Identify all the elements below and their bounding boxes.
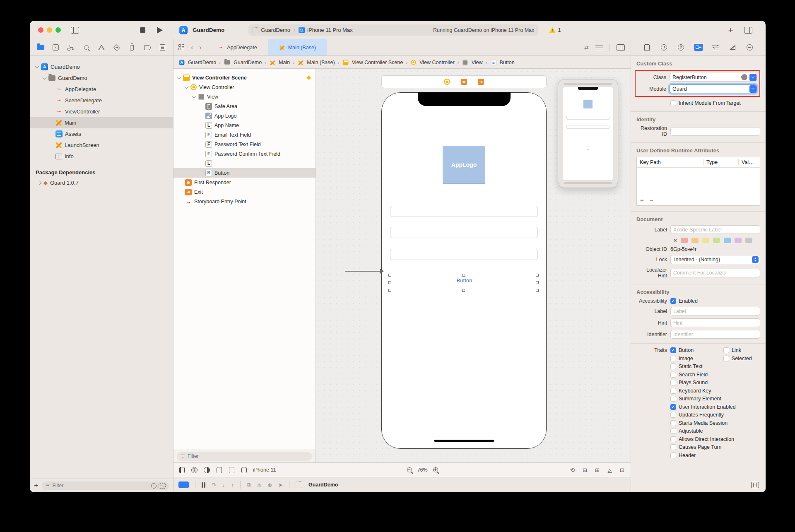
view-hierarchy-icon[interactable]: ⧉ [247, 481, 251, 488]
tab-main-base[interactable]: Main (Base) [268, 39, 327, 55]
restoration-id-input[interactable] [670, 127, 760, 136]
color-swatch[interactable] [735, 238, 742, 243]
outline-row-exit[interactable]: ⇥ Exit [173, 187, 316, 197]
selection-handle[interactable] [536, 274, 539, 277]
disclosure-chevron-icon[interactable] [43, 75, 47, 79]
file-inspector-tab[interactable] [643, 44, 651, 51]
add-file-button[interactable]: + [34, 482, 39, 489]
file-row-main-selected[interactable]: Main [30, 117, 173, 128]
update-frames-icon[interactable]: ⟲ [569, 467, 576, 474]
inherit-module-checkbox[interactable]: ✓ [670, 100, 676, 106]
debug-navigator-tab[interactable] [128, 44, 136, 51]
trait-checkbox[interactable]: ✓ [670, 396, 676, 402]
group-row[interactable]: GuardDemo [30, 72, 173, 84]
trait-checkbox-row[interactable]: ✓Header [670, 453, 696, 458]
embed-icon[interactable]: ⊡ [619, 467, 626, 474]
library-add-button[interactable]: + [728, 26, 733, 35]
selection-handle[interactable] [462, 289, 465, 292]
module-dropdown-icon[interactable] [749, 85, 756, 93]
module-input[interactable] [670, 84, 757, 93]
outline-row-view[interactable]: View [173, 92, 316, 101]
forward-button[interactable]: › [199, 43, 202, 52]
outline-row-app-logo[interactable]: App Logo [173, 111, 316, 120]
identity-inspector-tab[interactable] [694, 44, 703, 51]
device-canvas-iphone[interactable]: AppLogo Button [381, 92, 547, 449]
device-preview-thumbnail[interactable]: ▪▪ [558, 79, 618, 188]
email-text-field[interactable] [390, 206, 538, 217]
first-responder-icon[interactable]: ◉ [461, 79, 467, 85]
accessibility-enabled-row[interactable]: ✓ Enabled [670, 298, 698, 304]
remove-attribute-button[interactable]: − [650, 197, 653, 204]
quick-help-inspector-tab[interactable]: ? [677, 44, 685, 51]
size-inspector-tab[interactable] [728, 44, 737, 51]
disclosure-chevron-icon[interactable] [38, 181, 42, 185]
file-row-launchscreen[interactable]: LaunchScreen [30, 140, 173, 151]
report-navigator-tab[interactable] [159, 44, 166, 51]
tab-appdelegate[interactable]: ~ AppDelegate [206, 39, 267, 55]
layout-variant-icon[interactable] [228, 467, 235, 474]
project-navigator-tab[interactable] [36, 44, 44, 51]
trait-checkbox-row[interactable]: ✓Plays Sound [670, 380, 708, 385]
source-control-status-icon[interactable]: +- [159, 483, 166, 489]
outline-row-view-controller[interactable]: View Controller [173, 82, 316, 92]
password-text-field[interactable] [390, 227, 538, 238]
outline-toggle-icon[interactable] [178, 467, 186, 474]
storyboard-canvas[interactable]: ◉ ⇥ AppLogo Button [316, 69, 631, 462]
trait-checkbox[interactable]: ✓ [670, 380, 676, 385]
password-confirm-text-field[interactable] [390, 249, 538, 260]
minimize-window-button[interactable] [47, 27, 52, 33]
step-out-icon[interactable]: ↑ [231, 482, 234, 488]
trait-checkbox[interactable]: ✓ [723, 347, 729, 353]
selection-handle[interactable] [536, 289, 539, 292]
device-bezels-toggle-icon[interactable] [751, 482, 759, 488]
selection-handle[interactable] [388, 289, 391, 292]
trait-checkbox-row[interactable]: ✓Selected [723, 356, 752, 361]
outline-row-entry-point[interactable]: → Storyboard Entry Point [173, 197, 316, 206]
trait-checkbox[interactable]: ✓ [723, 356, 729, 361]
breadcrumb-item[interactable]: View Controller Scene [352, 60, 403, 65]
breadcrumb-item[interactable]: Main [279, 60, 290, 65]
outline-row-password-confirm-field[interactable]: F Password Confirm Text Field [173, 149, 316, 159]
related-items-icon[interactable] [178, 44, 185, 51]
trait-checkbox[interactable]: ✓ [670, 412, 676, 418]
breadcrumb-item[interactable]: View [472, 60, 483, 65]
outline-row-first-responder[interactable]: ◉ First Responder [173, 178, 316, 187]
breadcrumb-item[interactable]: Button [500, 60, 515, 65]
pause-execution-icon[interactable] [202, 482, 205, 488]
navigator-filter-input[interactable] [53, 483, 149, 489]
trait-checkbox[interactable]: ✓ [670, 453, 676, 458]
navigator-toggle-icon[interactable] [71, 27, 79, 34]
outline-filter-input[interactable] [188, 453, 309, 459]
disclosure-chevron-icon[interactable] [35, 64, 39, 68]
enabled-checkbox[interactable]: ✓ [670, 298, 676, 304]
trait-checkbox[interactable]: ✓ [670, 347, 676, 353]
step-over-icon[interactable]: ↷ [212, 482, 216, 488]
file-row-viewcontroller[interactable]: ~ ViewController [30, 106, 173, 117]
trait-checkbox-row[interactable]: ✓Updates Frequently [670, 412, 724, 418]
close-window-button[interactable] [38, 27, 43, 33]
trait-checkbox-row[interactable]: ✓Adjustable [670, 428, 703, 434]
jump-to-class-icon[interactable]: → [741, 74, 747, 80]
device-icon[interactable] [241, 467, 248, 474]
outline-row-email-field[interactable]: F Email Text Field [173, 130, 316, 140]
resolve-layout-icon[interactable]: ◬ [606, 467, 613, 474]
environment-overrides-icon[interactable]: ⊜ [267, 482, 272, 488]
breadcrumb-item[interactable]: Main (Base) [307, 60, 335, 65]
color-swatch[interactable] [724, 238, 731, 243]
trait-checkbox[interactable]: ✓ [670, 420, 676, 426]
outline-filter-field[interactable] [177, 452, 312, 461]
outline-row-scene[interactable]: View Controller Scene [173, 73, 316, 82]
trait-checkbox[interactable]: ✓ [670, 363, 676, 369]
selection-handle[interactable] [536, 281, 539, 284]
breadcrumb-item[interactable]: GuardDemo [188, 60, 216, 65]
trait-checkbox-row[interactable]: ✓User Interaction Enabled [670, 404, 736, 410]
trait-checkbox-row[interactable]: ✓Causes Page Turn [670, 444, 722, 450]
appearance-icon[interactable] [203, 467, 210, 474]
trait-checkbox-row[interactable]: ✓Allows Direct Interaction [670, 436, 734, 442]
step-into-icon[interactable]: ↓ [222, 482, 225, 488]
memory-graph-icon[interactable]: ⋔ [257, 482, 261, 488]
color-swatch[interactable] [702, 238, 709, 243]
source-control-navigator-tab[interactable]: × [52, 44, 60, 51]
trait-checkbox-row[interactable]: ✓Static Text [670, 363, 702, 369]
inspector-toggle-icon[interactable] [744, 27, 752, 34]
